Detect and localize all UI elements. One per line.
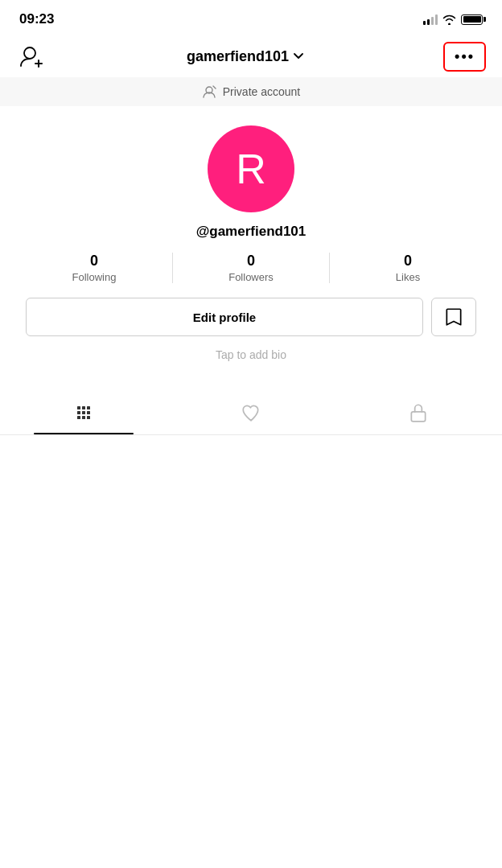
profile-section: R @gamerfiend101 0 Following 0 Followers… xyxy=(0,106,502,383)
following-label: Following xyxy=(72,271,117,283)
followers-count: 0 xyxy=(247,253,255,269)
private-account-banner: Private account xyxy=(0,77,502,106)
more-options-button[interactable]: ••• xyxy=(443,42,486,72)
stats-row: 0 Following 0 Followers 0 Likes xyxy=(16,253,486,283)
heart-icon xyxy=(241,402,261,423)
following-stat[interactable]: 0 Following xyxy=(16,253,172,283)
likes-count: 0 xyxy=(404,253,412,269)
more-dots-label: ••• xyxy=(455,48,475,65)
username-label: gamerfiend101 xyxy=(187,48,289,65)
avatar-letter: R xyxy=(236,145,266,193)
add-user-button[interactable] xyxy=(16,42,47,71)
bio-placeholder: Tap to add bio xyxy=(216,348,286,361)
followers-label: Followers xyxy=(228,271,274,283)
avatar[interactable]: R xyxy=(208,125,294,212)
status-bar: 09:23 xyxy=(0,0,502,35)
bookmark-button[interactable] xyxy=(431,298,476,336)
tab-posts[interactable] xyxy=(0,391,167,434)
bio-section[interactable]: Tap to add bio xyxy=(216,348,286,362)
tab-liked[interactable] xyxy=(167,391,335,434)
battery-icon xyxy=(461,14,483,25)
nav-bar: gamerfiend101 ••• xyxy=(0,35,502,77)
action-buttons: Edit profile xyxy=(16,298,486,336)
svg-point-0 xyxy=(24,47,35,59)
following-count: 0 xyxy=(90,253,98,269)
edit-profile-button[interactable]: Edit profile xyxy=(26,298,423,336)
svg-line-4 xyxy=(213,86,216,88)
grid-icon xyxy=(77,406,90,419)
tab-private[interactable] xyxy=(335,391,502,434)
tabs-bar xyxy=(0,391,502,435)
status-icons xyxy=(423,14,483,25)
chevron-down-icon xyxy=(294,53,303,60)
private-account-icon xyxy=(202,85,216,98)
lock-icon xyxy=(408,402,429,423)
followers-stat[interactable]: 0 Followers xyxy=(172,253,329,283)
bookmark-icon xyxy=(443,306,464,327)
likes-label: Likes xyxy=(396,271,420,283)
signal-icon xyxy=(423,14,438,25)
wifi-icon xyxy=(442,14,456,25)
status-time: 09:23 xyxy=(19,11,54,27)
svg-rect-5 xyxy=(411,412,425,422)
likes-stat[interactable]: 0 Likes xyxy=(329,253,486,283)
empty-content-area xyxy=(0,435,502,709)
add-user-icon xyxy=(19,45,43,68)
private-account-text: Private account xyxy=(223,85,301,98)
profile-handle: @gamerfiend101 xyxy=(196,224,307,240)
username-dropdown[interactable]: gamerfiend101 xyxy=(187,48,303,65)
